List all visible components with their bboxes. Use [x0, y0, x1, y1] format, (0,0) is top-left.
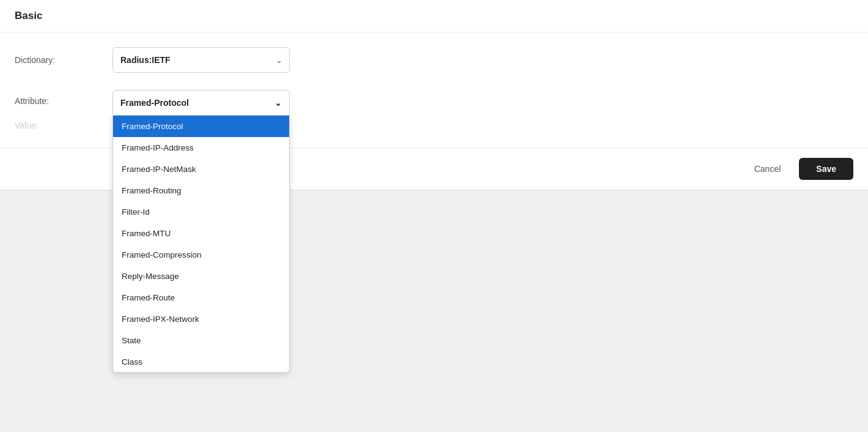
dropdown-item[interactable]: Framed-Route	[113, 287, 289, 308]
dropdown-item[interactable]: Class	[113, 351, 289, 373]
attribute-row: Attribute: Framed-Protocol ⌄ Framed-Prot…	[15, 90, 853, 116]
attribute-label: Attribute:	[15, 90, 112, 106]
dropdown-item[interactable]: Reply-Message	[113, 266, 289, 287]
dropdown-item[interactable]: Framed-IP-NetMask	[113, 158, 289, 180]
dropdown-item[interactable]: Framed-Routing	[113, 180, 289, 201]
value-label: Value:	[15, 121, 112, 130]
attribute-selected-value: Framed-Protocol	[120, 98, 189, 108]
page-wrapper: Basic Dictionary: Radius:IETF ⌄ Attribut…	[0, 0, 868, 432]
card-title: Basic	[15, 10, 42, 21]
dictionary-row: Dictionary: Radius:IETF ⌄	[15, 47, 853, 73]
attribute-wrapper: Framed-Protocol ⌄ Framed-ProtocolFramed-…	[112, 90, 290, 116]
dictionary-select-wrapper: Radius:IETF ⌄	[112, 47, 290, 73]
dropdown-item[interactable]: Filter-Id	[113, 201, 289, 223]
dropdown-item[interactable]: Framed-MTU	[113, 223, 289, 244]
dropdown-item[interactable]: Framed-Protocol	[113, 116, 289, 137]
dropdown-item[interactable]: State	[113, 330, 289, 351]
attribute-select-button[interactable]: Framed-Protocol ⌄	[112, 90, 290, 116]
dictionary-label: Dictionary:	[15, 55, 112, 65]
dropdown-item[interactable]: Framed-Compression	[113, 244, 289, 266]
card-body: Dictionary: Radius:IETF ⌄ Attribute: Fra…	[0, 32, 868, 147]
dictionary-select[interactable]: Radius:IETF	[112, 47, 290, 73]
dropdown-item[interactable]: Framed-IP-Address	[113, 137, 289, 158]
basic-card: Basic Dictionary: Radius:IETF ⌄ Attribut…	[0, 0, 868, 190]
dropdown-item[interactable]: Framed-IPX-Network	[113, 308, 289, 330]
card-header: Basic	[0, 0, 868, 32]
save-button[interactable]: Save	[799, 158, 853, 180]
attribute-chevron-icon: ⌄	[274, 98, 282, 108]
cancel-button[interactable]: Cancel	[743, 158, 792, 180]
attribute-dropdown-list: Framed-ProtocolFramed-IP-AddressFramed-I…	[112, 116, 290, 373]
